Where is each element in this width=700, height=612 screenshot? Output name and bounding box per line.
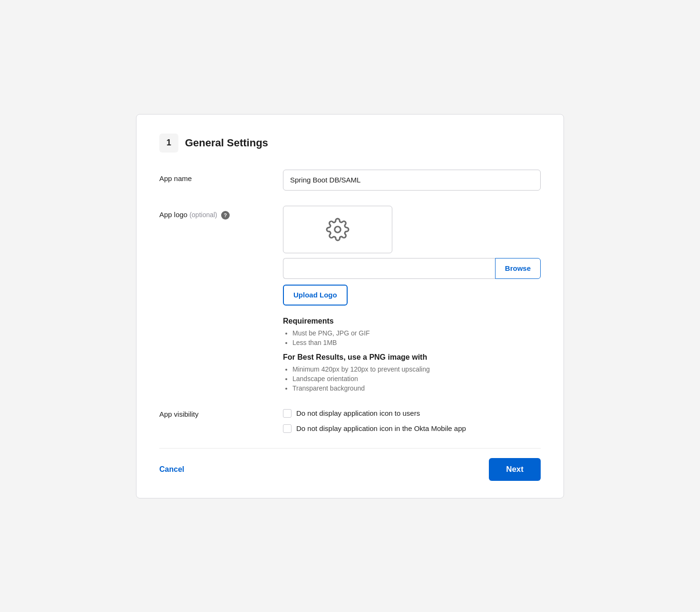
checkbox-hide-users[interactable] [283,409,292,418]
app-name-input[interactable] [283,170,541,191]
requirements-title: Requirements [283,317,541,325]
browse-button[interactable]: Browse [495,258,541,279]
optional-text: (optional) [189,211,217,219]
app-visibility-label: App visibility [159,409,283,418]
upload-logo-button[interactable]: Upload Logo [283,285,348,306]
file-input-row: Browse [283,258,541,279]
requirements-list: Must be PNG, JPG or GIF Less than 1MB [283,329,541,346]
file-path-input[interactable] [283,258,495,279]
checkbox-row-1: Do not display application icon to users [283,409,541,418]
cancel-button[interactable]: Cancel [159,465,184,474]
checkbox-label-2: Do not display application icon in the O… [296,424,466,432]
app-logo-content: Browse Upload Logo Requirements Must be … [283,206,541,394]
app-name-content [283,170,541,191]
checkbox-row-2: Do not display application icon in the O… [283,424,541,433]
list-item: Transparent background [292,384,541,392]
gear-icon [326,218,350,241]
best-results-list: Minimum 420px by 120px to prevent upscal… [283,365,541,392]
app-logo-row: App logo (optional) ? Browse Upload Logo [159,206,541,394]
svg-point-0 [335,226,341,232]
app-name-label: App name [159,170,283,182]
best-results-title: For Best Results, use a PNG image with [283,353,541,362]
step-header: 1 General Settings [159,134,541,153]
visibility-content: Do not display application icon to users… [283,409,541,433]
general-settings-card: 1 General Settings App name App logo (op… [136,114,564,498]
help-icon[interactable]: ? [221,211,230,220]
list-item: Minimum 420px by 120px to prevent upscal… [292,365,541,373]
step-badge: 1 [159,134,178,153]
list-item: Must be PNG, JPG or GIF [292,329,541,337]
checkbox-hide-mobile[interactable] [283,424,292,433]
app-visibility-row: App visibility Do not display applicatio… [159,409,541,433]
requirements-section: Requirements Must be PNG, JPG or GIF Les… [283,317,541,392]
logo-preview [283,206,392,253]
next-button[interactable]: Next [489,458,541,481]
list-item: Landscape orientation [292,375,541,382]
list-item: Less than 1MB [292,339,541,346]
app-name-row: App name [159,170,541,191]
step-title: General Settings [185,137,268,149]
app-logo-label: App logo (optional) ? [159,206,283,220]
checkbox-label-1: Do not display application icon to users [296,409,420,417]
footer: Cancel Next [159,448,541,481]
